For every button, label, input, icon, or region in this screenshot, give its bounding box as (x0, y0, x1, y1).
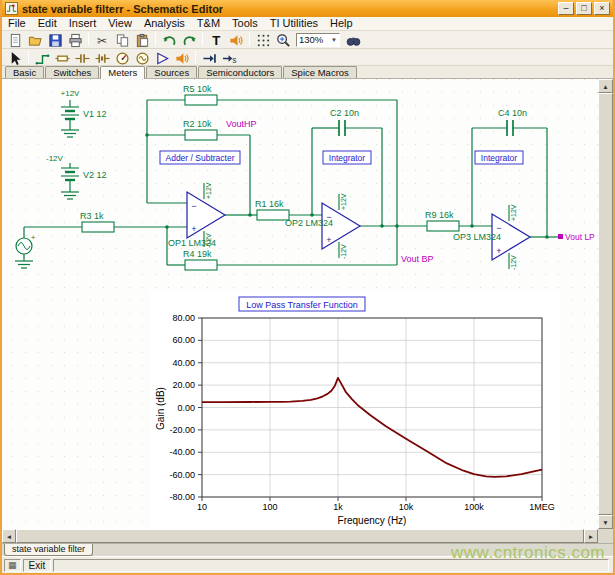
menu-t-m[interactable]: T&M (191, 17, 226, 30)
menu-insert[interactable]: Insert (63, 17, 103, 30)
grid-button[interactable] (253, 31, 273, 48)
maximize-button[interactable]: □ (576, 2, 592, 15)
menu-help[interactable]: Help (324, 17, 359, 30)
svg-text:+: + (326, 235, 331, 245)
scroll-left-icon[interactable]: ◄ (2, 529, 16, 543)
horizontal-scroll-thumb[interactable] (16, 529, 584, 543)
print-button[interactable] (65, 31, 85, 48)
menu-view[interactable]: View (102, 17, 138, 30)
svg-text:100k: 100k (464, 502, 484, 512)
scroll-down-icon[interactable]: ▼ (598, 515, 613, 529)
menu-ti-utilities[interactable]: TI Utilities (264, 17, 324, 30)
tab-switches[interactable]: Switches (45, 66, 99, 78)
cut-button[interactable]: ✂ (92, 31, 112, 48)
menubar: FileEditInsertViewAnalysisT&MToolsTI Uti… (2, 17, 613, 31)
scroll-right-icon[interactable]: ► (584, 529, 598, 543)
svg-text:Vout LP: Vout LP (565, 232, 595, 242)
component-r3[interactable]: R3 1k (80, 211, 114, 232)
audio-button[interactable] (226, 31, 246, 48)
component-r9[interactable]: R9 16k (425, 210, 459, 231)
scrollbar-corner (598, 529, 613, 543)
svg-text:R4 19k: R4 19k (183, 249, 212, 259)
svg-text:-12V: -12V (510, 255, 517, 270)
component-r1[interactable]: R1 16k (255, 199, 289, 220)
menu-tools[interactable]: Tools (226, 17, 264, 30)
step-over-icon: s (222, 51, 237, 66)
menu-file[interactable]: File (2, 17, 32, 30)
svg-text:R3 1k: R3 1k (80, 211, 104, 221)
status-sheet-icon[interactable]: ▦ (4, 559, 21, 572)
status-exit-label[interactable]: Exit (23, 559, 52, 572)
svg-text:✂: ✂ (97, 34, 107, 48)
annotation-integrator2: Integrator (475, 151, 523, 164)
battery-icon (95, 51, 110, 66)
grid-icon (256, 33, 271, 48)
new-button[interactable] (5, 31, 25, 48)
component-op3[interactable]: −++12V-12VOP3 LM324 (453, 204, 530, 270)
open-button[interactable] (25, 31, 45, 48)
speaker-button[interactable] (172, 49, 192, 66)
copy-button[interactable] (112, 31, 132, 48)
tab-meters[interactable]: Meters (100, 66, 145, 79)
wire-button[interactable] (32, 49, 52, 66)
undo-button[interactable] (159, 31, 179, 48)
component-c4[interactable]: C4 10n (498, 108, 527, 136)
step-into-button[interactable] (199, 49, 219, 66)
annotation-integrator1: Integrator (323, 151, 371, 164)
component-c2[interactable]: C2 10n (330, 108, 359, 136)
node-labels: VoutHPVout BPVout LP (226, 119, 595, 264)
menu-edit[interactable]: Edit (32, 17, 63, 30)
close-button[interactable]: × (594, 2, 610, 15)
opamp-button[interactable] (152, 49, 172, 66)
component-op1[interactable]: −++12V-12VOP1 LM324 (168, 182, 225, 248)
tab-basic[interactable]: Basic (5, 66, 44, 78)
redo-button[interactable] (179, 31, 199, 48)
tab-sources[interactable]: Sources (146, 66, 197, 78)
schematic-canvas[interactable]: R3 1kR5 10kR2 10kR4 19kR1 16kR9 16kC2 10… (2, 79, 598, 529)
generator-button[interactable] (132, 49, 152, 66)
step-over-button[interactable]: s (219, 49, 239, 66)
save-button[interactable] (45, 31, 65, 48)
svg-text:C2 10n: C2 10n (330, 108, 359, 118)
document-tab[interactable]: state variable filter (4, 544, 93, 556)
battery-button[interactable] (92, 49, 112, 66)
meter-button[interactable] (112, 49, 132, 66)
audio-icon (229, 33, 244, 48)
component-generator[interactable]: + (16, 233, 36, 254)
tab-spice-macros[interactable]: Spice Macros (283, 66, 357, 78)
resistor-button[interactable] (52, 49, 72, 66)
component-r4[interactable]: R4 19k (183, 249, 217, 270)
paste-button[interactable] (132, 31, 152, 48)
copy-icon (115, 33, 130, 48)
component-op2[interactable]: −++12V-12VOP2 LM324 (285, 193, 360, 259)
scroll-up-icon[interactable]: ▲ (598, 79, 613, 93)
speaker-icon (175, 51, 190, 66)
menu-analysis[interactable]: Analysis (138, 17, 191, 30)
component-toolbar: s (2, 49, 613, 66)
tab-semiconductors[interactable]: Semiconductors (198, 66, 282, 78)
find-button[interactable] (343, 31, 363, 48)
horizontal-scrollbar[interactable]: ◄ ► (2, 529, 598, 543)
text-button[interactable]: T (206, 31, 226, 48)
component-v1[interactable]: V1 12+12V (61, 89, 107, 119)
svg-text:0.00: 0.00 (177, 403, 195, 413)
annotation-adder: Adder / Subtracter (160, 151, 240, 164)
select-button[interactable] (5, 49, 25, 66)
svg-text:Vout BP: Vout BP (401, 254, 434, 264)
zoom-level-value: 130% (299, 34, 323, 45)
component-r2[interactable]: R2 10k (183, 119, 217, 140)
component-v2[interactable]: V2 12-12V (46, 154, 107, 180)
vertical-scroll-thumb[interactable] (598, 93, 613, 515)
vertical-scrollbar[interactable]: ▲ ▼ (598, 79, 613, 529)
zoom-button[interactable] (273, 31, 293, 48)
minimize-button[interactable]: – (558, 2, 574, 15)
svg-text:R9 16k: R9 16k (425, 210, 454, 220)
svg-text:−: − (191, 201, 196, 211)
titlebar[interactable]: state variable filterr - Schematic Edito… (2, 0, 613, 17)
zoom-level-select[interactable]: 130%▼ (296, 33, 340, 47)
svg-text:OP1 LM324: OP1 LM324 (168, 238, 216, 248)
capacitor-button[interactable] (72, 49, 92, 66)
component-r5[interactable]: R5 10k (183, 84, 217, 105)
svg-text:-60.00: -60.00 (169, 470, 195, 480)
step-into-icon (202, 51, 217, 66)
